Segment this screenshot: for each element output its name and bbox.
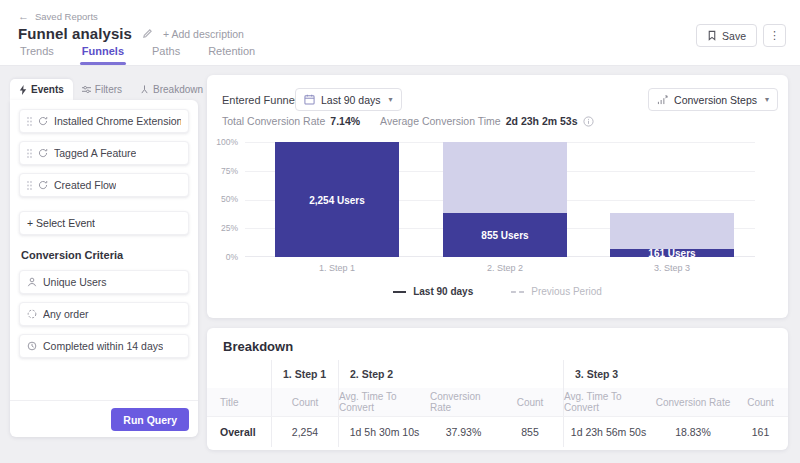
legend-previous-period[interactable]: Previous Period — [511, 286, 602, 297]
bar-users-label: 161 Users — [610, 248, 734, 259]
run-query-button[interactable]: Run Query — [111, 408, 189, 431]
drag-handle-icon[interactable] — [27, 117, 32, 126]
x-axis-tick: 1. Step 1 — [275, 263, 399, 273]
kebab-menu-button[interactable]: ⋮ — [763, 24, 786, 47]
tab-events[interactable]: Events — [10, 79, 73, 100]
sync-icon — [38, 148, 48, 158]
col-count-1: Count — [271, 388, 338, 416]
legend-current-period[interactable]: Last 90 days — [393, 286, 473, 297]
tab-breakdown[interactable]: Breakdown — [131, 79, 212, 100]
event-item-label: Tagged A Feature — [54, 147, 136, 159]
solid-line-icon — [393, 291, 406, 293]
breakdown-panel: Breakdown 1. Step 1 2. Step 2 3. Step 3 … — [207, 328, 788, 450]
back-link[interactable]: ← Saved Reports — [18, 10, 98, 22]
funnel-bar-step-3[interactable]: 161 Users — [610, 142, 734, 257]
y-axis-tick: 0% — [207, 252, 238, 262]
criteria-label: Any order — [43, 308, 89, 320]
tab-filters[interactable]: Filters — [73, 79, 131, 100]
criteria-any-order[interactable]: Any order — [19, 302, 189, 326]
conversion-stats: Total Conversion Rate 7.14% Average Conv… — [222, 115, 594, 127]
drag-handle-icon[interactable] — [27, 149, 32, 158]
event-item-3[interactable]: Created Flow — [19, 173, 189, 197]
date-range-dropdown[interactable]: Last 90 days ▾ — [295, 88, 402, 111]
bar-users-label: 855 Users — [443, 230, 567, 241]
kebab-icon: ⋮ — [769, 29, 780, 41]
query-builder-panel: Installed Chrome Extension Tagged A Feat… — [10, 100, 198, 437]
sliders-icon — [82, 85, 91, 94]
info-icon[interactable] — [583, 116, 594, 127]
cell-conversion-rate-3: 18.83% — [653, 417, 733, 447]
save-button[interactable]: Save — [696, 24, 757, 47]
back-link-label: Saved Reports — [35, 11, 98, 22]
back-arrow-icon: ← — [18, 10, 29, 22]
entered-funnel-label: Entered Funnel — [222, 94, 297, 106]
add-description-button[interactable]: + Add description — [163, 28, 244, 40]
view-selector-dropdown[interactable]: Conversion Steps ▾ — [648, 88, 778, 111]
calendar-icon — [304, 94, 315, 105]
user-icon — [27, 277, 37, 287]
chevron-down-icon: ▾ — [765, 95, 769, 104]
group-step-2: 2. Step 2 — [338, 360, 563, 388]
tab-breakdown-label: Breakdown — [153, 84, 203, 95]
cell-count-3: 161 — [733, 417, 788, 447]
criteria-label: Completed within 14 days — [43, 340, 163, 352]
edit-title-button[interactable] — [142, 28, 153, 39]
app-header: ← Saved Reports Funnel analysis + Add de… — [0, 0, 800, 66]
funnel-analysis-app: ← Saved Reports Funnel analysis + Add de… — [0, 0, 800, 463]
funnel-bar-step-2[interactable]: 855 Users — [443, 142, 567, 257]
tab-retention[interactable]: Retention — [206, 39, 257, 65]
breakdown-title: Breakdown — [223, 339, 293, 354]
view-selector-value: Conversion Steps — [674, 94, 757, 106]
cell-avg-time-3: 1d 23h 56m 50s — [563, 417, 653, 447]
funnel-chart-panel: Entered Funnel Last 90 days ▾ Conversion… — [207, 75, 788, 318]
bar-users-label: 2,254 Users — [275, 195, 399, 206]
clock-icon — [27, 341, 37, 351]
table-row-overall[interactable]: Overall 2,254 1d 5h 30m 10s 37.93% 855 1… — [207, 416, 788, 447]
col-count-3: Count — [733, 388, 788, 416]
event-item-2[interactable]: Tagged A Feature — [19, 141, 189, 165]
criteria-completed-within[interactable]: Completed within 14 days — [19, 334, 189, 358]
col-conversion-rate-3: Conversion Rate — [653, 388, 733, 416]
event-item-label: Created Flow — [54, 179, 116, 191]
bookmark-icon — [707, 30, 717, 41]
funnel-plot-area: 2,254 Users855 Users161 Users — [245, 142, 755, 257]
tab-funnels[interactable]: Funnels — [80, 39, 126, 65]
legend-label: Last 90 days — [413, 286, 473, 297]
criteria-unique-users[interactable]: Unique Users — [19, 270, 189, 294]
drag-handle-icon[interactable] — [27, 181, 32, 190]
avg-time-value: 2d 23h 2m 53s — [506, 115, 578, 127]
tab-paths[interactable]: Paths — [150, 39, 182, 65]
y-axis-tick: 75% — [207, 166, 238, 176]
report-tabs: Trends Funnels Paths Retention — [18, 39, 257, 65]
cell-conversion-rate-2: 37.93% — [430, 417, 497, 447]
cell-count-1: 2,254 — [271, 417, 338, 447]
select-event-button[interactable]: + Select Event — [19, 211, 189, 235]
avg-time-label: Average Conversion Time — [380, 115, 501, 127]
chevron-down-icon: ▾ — [389, 95, 393, 104]
cell-count-2: 855 — [497, 417, 563, 447]
criteria-label: Unique Users — [43, 276, 107, 288]
tab-trends[interactable]: Trends — [18, 39, 56, 65]
y-axis-tick: 50% — [207, 194, 238, 204]
sync-icon — [38, 116, 48, 126]
select-event-label: + Select Event — [27, 217, 95, 229]
event-item-label: Installed Chrome Extension — [54, 115, 181, 127]
chart-legend: Last 90 days Previous Period — [207, 286, 788, 297]
conversion-criteria-title: Conversion Criteria — [21, 249, 187, 261]
sync-icon — [38, 180, 48, 190]
pencil-icon — [142, 28, 153, 39]
legend-label: Previous Period — [531, 286, 602, 297]
event-item-1[interactable]: Installed Chrome Extension — [19, 109, 189, 133]
col-avg-time-2: Avg. Time To Convert — [338, 388, 430, 416]
date-range-value: Last 90 days — [321, 94, 381, 106]
row-title: Overall — [207, 417, 271, 447]
group-step-3: 3. Step 3 — [563, 360, 788, 388]
query-builder-tabs: Events Filters Breakdown — [10, 79, 212, 100]
x-axis-tick: 2. Step 2 — [443, 263, 567, 273]
y-axis-tick: 25% — [207, 223, 238, 233]
breakdown-table: 1. Step 1 2. Step 2 3. Step 3 Title Coun… — [207, 360, 788, 447]
total-rate-label: Total Conversion Rate — [222, 115, 325, 127]
step-group-header-row: 1. Step 1 2. Step 2 3. Step 3 — [207, 360, 788, 388]
funnel-bar-step-1[interactable]: 2,254 Users — [275, 142, 399, 257]
tab-filters-label: Filters — [95, 84, 122, 95]
